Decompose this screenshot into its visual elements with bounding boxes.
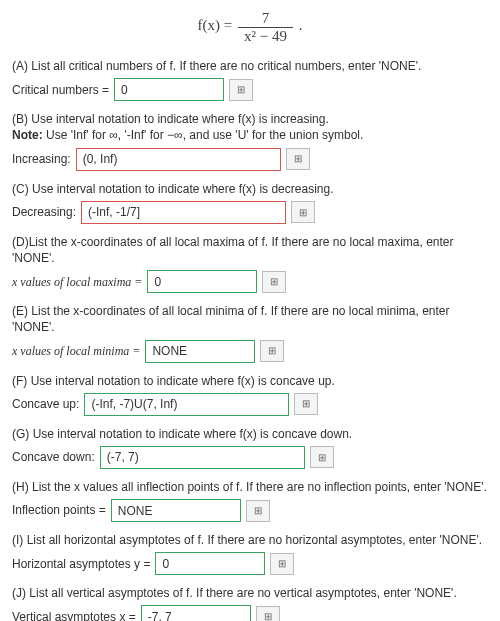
formula-tail: . — [299, 17, 303, 33]
keypad-icon[interactable]: ⊞ — [291, 201, 315, 223]
increasing-input[interactable] — [76, 148, 281, 171]
formula-num: 7 — [238, 10, 293, 27]
keypad-icon[interactable]: ⊞ — [262, 271, 286, 293]
formula-den: x² − 49 — [238, 27, 293, 45]
local-maxima-input[interactable] — [147, 270, 257, 293]
q-j-prompt: (J) List all vertical asymptotes of f. I… — [12, 585, 488, 601]
horizontal-asymptote-input[interactable] — [155, 552, 265, 575]
q-e-label: x values of local minima = — [12, 343, 140, 359]
formula: f(x) = 7 x² − 49 . — [12, 10, 488, 44]
q-g-label: Concave down: — [12, 449, 95, 465]
q-h-prompt: (H) List the x values all inflection poi… — [12, 479, 488, 495]
q-e-prompt: (E) List the x-coordinates of all local … — [12, 303, 488, 335]
q-c-label: Decreasing: — [12, 204, 76, 220]
vertical-asymptote-input[interactable] — [141, 605, 251, 621]
q-j-label: Vertical asymptotes x = — [12, 609, 136, 621]
q-i-prompt: (I) List all horizontal asymptotes of f.… — [12, 532, 488, 548]
q-b-prompt: (B) Use interval notation to indicate wh… — [12, 111, 488, 127]
local-minima-input[interactable] — [145, 340, 255, 363]
q-a-label: Critical numbers = — [12, 82, 109, 98]
q-f-label: Concave up: — [12, 396, 79, 412]
keypad-icon[interactable]: ⊞ — [310, 446, 334, 468]
decreasing-input[interactable] — [81, 201, 286, 224]
keypad-icon[interactable]: ⊞ — [246, 500, 270, 522]
keypad-icon[interactable]: ⊞ — [229, 79, 253, 101]
q-b-note: Note: Use 'Inf' for ∞, '-Inf' for −∞, an… — [12, 127, 488, 143]
keypad-icon[interactable]: ⊞ — [294, 393, 318, 415]
q-a-prompt: (A) List all critical numbers of f. If t… — [12, 58, 488, 74]
q-c-prompt: (C) Use interval notation to indicate wh… — [12, 181, 488, 197]
note-label: Note: — [12, 128, 46, 142]
q-f-prompt: (F) Use interval notation to indicate wh… — [12, 373, 488, 389]
concave-down-input[interactable] — [100, 446, 305, 469]
keypad-icon[interactable]: ⊞ — [270, 553, 294, 575]
keypad-icon[interactable]: ⊞ — [286, 148, 310, 170]
q-d-prompt: (D)List the x-coordinates of all local m… — [12, 234, 488, 266]
concave-up-input[interactable] — [84, 393, 289, 416]
q-i-label: Horizontal asymptotes y = — [12, 556, 150, 572]
keypad-icon[interactable]: ⊞ — [260, 340, 284, 362]
q-h-label: Inflection points = — [12, 502, 106, 518]
q-b-label: Increasing: — [12, 151, 71, 167]
keypad-icon[interactable]: ⊞ — [256, 606, 280, 621]
critical-numbers-input[interactable] — [114, 78, 224, 101]
q-g-prompt: (G) Use interval notation to indicate wh… — [12, 426, 488, 442]
inflection-input[interactable] — [111, 499, 241, 522]
q-d-label: x values of local maxima = — [12, 274, 142, 290]
formula-lhs: f(x) = — [198, 17, 233, 33]
